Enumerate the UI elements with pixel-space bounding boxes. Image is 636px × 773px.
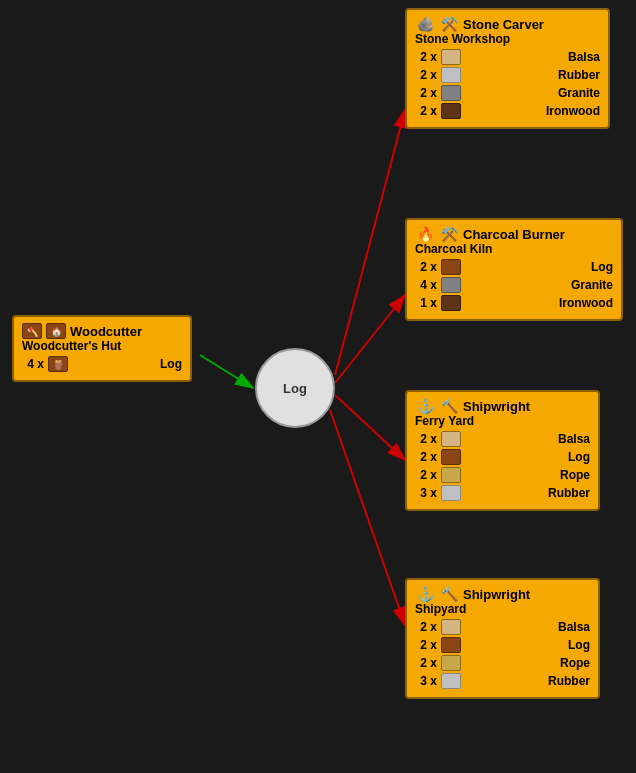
- stone-ironwood-row: 2 x Ironwood: [415, 103, 600, 119]
- ferry-yard-label: Ferry Yard: [415, 414, 590, 428]
- granite-icon2: [441, 277, 461, 293]
- charcoal-ironwood-row: 1 x Ironwood: [415, 295, 613, 311]
- stone-carver-title: Stone Carver: [463, 17, 544, 32]
- shipyard-label: Shipyard: [415, 602, 590, 616]
- shipyard-balsa-row: 2 x Balsa: [415, 619, 590, 635]
- log-icon4: [441, 637, 461, 653]
- stone-carver-icon1: 🪨: [415, 16, 435, 32]
- stone-rubber-row: 2 x Rubber: [415, 67, 600, 83]
- charcoal-log-row: 2 x Log: [415, 259, 613, 275]
- shipyard-icon2: 🔨: [439, 586, 459, 602]
- target-node-charcoal-burner: 🔥 ⚒️ Charcoal Burner Charcoal Kiln 2 x L…: [405, 218, 623, 321]
- rope-icon: [441, 467, 461, 483]
- woodcutter-building-icon: 🪓: [22, 323, 42, 339]
- log-icon: 🪵: [48, 356, 68, 372]
- woodcutter-hut-icon: 🏠: [46, 323, 66, 339]
- rope-icon2: [441, 655, 461, 671]
- woodcutter-log-row: 4 x 🪵 Log: [22, 356, 182, 372]
- charcoal-burner-icon1: 🔥: [415, 226, 435, 242]
- target-node-shipyard: ⚓ 🔨 Shipwright Shipyard 2 x Balsa 2 x Lo…: [405, 578, 600, 699]
- shipyard-rope-row: 2 x Rope: [415, 655, 590, 671]
- ironwood-icon2: [441, 295, 461, 311]
- charcoal-burner-icon2: ⚒️: [439, 226, 459, 242]
- stone-workshop-label: Stone Workshop: [415, 32, 600, 46]
- rubber-icon: [441, 67, 461, 83]
- ferry-rope-row: 2 x Rope: [415, 467, 590, 483]
- center-label: Log: [283, 381, 307, 396]
- charcoal-burner-title: Charcoal Burner: [463, 227, 565, 242]
- target-node-ferry-yard: ⚓ 🔨 Shipwright Ferry Yard 2 x Balsa 2 x …: [405, 390, 600, 511]
- balsa-icon2: [441, 431, 461, 447]
- ferry-icon2: 🔨: [439, 398, 459, 414]
- log-icon3: [441, 449, 461, 465]
- ferry-log-row: 2 x Log: [415, 449, 590, 465]
- granite-icon: [441, 85, 461, 101]
- shipyard-icon1: ⚓: [415, 586, 435, 602]
- charcoal-kiln-label: Charcoal Kiln: [415, 242, 613, 256]
- shipyard-log-row: 2 x Log: [415, 637, 590, 653]
- rubber-icon3: [441, 673, 461, 689]
- ironwood-icon: [441, 103, 461, 119]
- ferry-icon1: ⚓: [415, 398, 435, 414]
- charcoal-granite-row: 4 x Granite: [415, 277, 613, 293]
- svg-line-5: [335, 395, 405, 460]
- shipyard-rubber-row: 3 x Rubber: [415, 673, 590, 689]
- svg-line-2: [200, 355, 253, 388]
- ferry-balsa-row: 2 x Balsa: [415, 431, 590, 447]
- svg-line-6: [330, 410, 405, 625]
- ferry-rubber-row: 3 x Rubber: [415, 485, 590, 501]
- source-node-woodcutter: 🪓 🏠 Woodcutter Woodcutter's Hut 4 x 🪵 Lo…: [12, 315, 192, 382]
- stone-carver-icon2: ⚒️: [439, 16, 459, 32]
- stone-granite-row: 2 x Granite: [415, 85, 600, 101]
- rubber-icon2: [441, 485, 461, 501]
- log-icon2: [441, 259, 461, 275]
- shipyard-shipwright-title: Shipwright: [463, 587, 530, 602]
- stone-balsa-row: 2 x Balsa: [415, 49, 600, 65]
- woodcutter-building-label: Woodcutter's Hut: [22, 339, 182, 353]
- target-node-stone-carver: 🪨 ⚒️ Stone Carver Stone Workshop 2 x Bal…: [405, 8, 610, 129]
- woodcutter-title: Woodcutter: [70, 324, 142, 339]
- balsa-icon3: [441, 619, 461, 635]
- balsa-icon: [441, 49, 461, 65]
- ferry-shipwright-title: Shipwright: [463, 399, 530, 414]
- center-node: Log: [255, 348, 335, 428]
- svg-line-3: [335, 110, 405, 375]
- svg-line-4: [335, 295, 405, 383]
